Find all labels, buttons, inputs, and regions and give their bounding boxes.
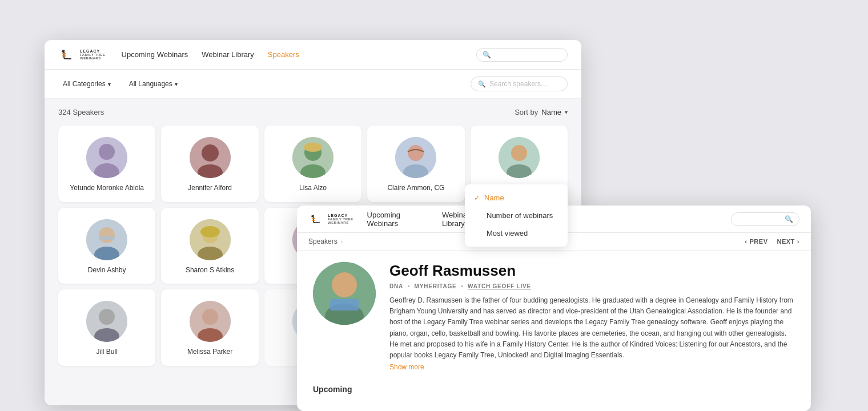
nav-upcoming-webinars-1[interactable]: Upcoming Webinars [122, 50, 188, 59]
svg-rect-21 [99, 236, 115, 240]
svg-point-47 [332, 272, 357, 297]
watch-live-link[interactable]: WATCH GEOFF LIVE [468, 283, 531, 289]
sort-dropdown: ✓ Name Number of webinars Most viewed [465, 184, 568, 247]
show-more-link[interactable]: Show more [389, 363, 795, 371]
speaker-avatar-yetunde [86, 137, 127, 178]
speaker-detail-name: Geoff Rasmussen [389, 262, 795, 280]
speaker-name-jill: Jill Bull [65, 348, 148, 357]
speaker-card-claire[interactable]: Claire Ammon, CG [367, 126, 464, 202]
search-box-1[interactable]: 🔍 [476, 48, 568, 62]
speaker-name-lisa: Lisa Alzo [271, 184, 355, 193]
speaker-name-melissa: Melissa Parker [168, 348, 251, 357]
logo-text-2: LEGACY FAMILY TREE WEBINARS [328, 213, 353, 224]
speaker-name-claire: Claire Ammon, CG [374, 184, 457, 193]
sort-option-webinars[interactable]: Number of webinars [465, 207, 568, 224]
speakers-count: 324 Speakers [58, 108, 104, 116]
sort-by-label: Sort by [515, 108, 538, 116]
speaker-card-sharon[interactable]: Sharon S Atkins [161, 208, 258, 284]
nav-links-1: Upcoming Webinars Webinar Library Speake… [122, 50, 460, 59]
chevron-right-icon: › [797, 238, 799, 245]
sort-by-control[interactable]: Sort by Name ▾ [515, 108, 568, 116]
speaker-card-jill[interactable]: Jill Bull [58, 289, 155, 366]
svg-rect-49 [330, 299, 359, 311]
upcoming-section: Upcoming [297, 382, 811, 403]
search-icon-3: 🔍 [785, 215, 793, 223]
speaker-card-lisa[interactable]: Lisa Alzo [264, 126, 361, 202]
speaker-tag-dna: DNA [389, 283, 403, 289]
categories-filter[interactable]: All Categories ▾ [58, 78, 115, 90]
logo-2[interactable]: LEGACY FAMILY TREE WEBINARS [308, 211, 353, 227]
speaker-avatar-devin [86, 219, 127, 260]
speaker-tags: DNA • MYHERITAGE • WATCH GEOFF LIVE [389, 283, 795, 289]
speaker-info: Geoff Rasmussen DNA • MYHERITAGE • WATCH… [389, 262, 795, 371]
speaker-avatar-jill [86, 301, 127, 342]
checkmark-icon: ✓ [474, 194, 480, 202]
logo-icon [58, 46, 77, 64]
svg-point-11 [304, 143, 322, 152]
tag-dot-1: • [408, 283, 410, 289]
filter-bar: All Categories ▾ All Languages ▾ 🔍 Searc… [45, 70, 581, 99]
navbar-1: LEGACY FAMILY TREE WEBINARS Upcoming Web… [45, 40, 581, 70]
speaker-card-jennifer[interactable]: Jennifer Alford [161, 126, 258, 202]
logo-text: LEGACY FAMILY TREE WEBINARS [80, 49, 106, 60]
speaker-avatar-melissa [190, 301, 231, 342]
speaker-detail: Geoff Rasmussen DNA • MYHERITAGE • WATCH… [297, 251, 811, 382]
svg-point-25 [200, 226, 220, 237]
speaker-card-melissa[interactable]: Melissa Parker [161, 289, 258, 366]
breadcrumb-chevron: › [341, 239, 343, 245]
speakers-search-box[interactable]: 🔍 Search speakers... [471, 76, 568, 91]
speaker-detail-avatar [313, 262, 376, 325]
svg-point-6 [202, 144, 219, 162]
nav-speakers-1[interactable]: Speakers [268, 50, 299, 59]
languages-filter[interactable]: All Languages ▾ [124, 78, 182, 90]
sort-by-value: Name [541, 108, 561, 116]
svg-rect-44 [308, 211, 324, 227]
svg-point-13 [408, 145, 424, 161]
speaker-card-yetunde[interactable]: Yetunde Moronke Abiola [58, 126, 155, 202]
speaker-avatar-jennifer [190, 137, 231, 178]
speaker-tag-myheritage: MYHERITAGE [415, 283, 457, 289]
speaker-avatar-sharon [190, 219, 231, 260]
speaker-bio: Geoffrey D. Rasmussen is the father of f… [389, 295, 795, 361]
speaker-avatar-ron [499, 137, 540, 178]
breadcrumb-speakers[interactable]: Speakers [308, 237, 337, 245]
speaker-name-jennifer: Jennifer Alford [168, 184, 251, 193]
chevron-down-icon-2: ▾ [175, 81, 178, 87]
svg-point-19 [99, 227, 115, 243]
speaker-name-devin: Devin Ashby [65, 266, 148, 275]
nav-upcoming-webinars-2[interactable]: Upcoming Webinars [367, 211, 429, 228]
speaker-name-yetunde: Yetunde Moronke Abiola [65, 184, 148, 193]
next-button[interactable]: NEXT › [777, 238, 799, 245]
speaker-avatar-claire [395, 137, 436, 178]
sort-option-name[interactable]: ✓ Name [465, 189, 568, 207]
svg-point-45 [311, 215, 314, 217]
svg-point-39 [202, 309, 218, 325]
speakers-header: 324 Speakers Sort by Name ▾ [58, 108, 568, 116]
logo-1[interactable]: LEGACY FAMILY TREE WEBINARS [58, 46, 106, 64]
speaker-name-sharon: Sharon S Atkins [168, 266, 251, 275]
search-icon-2: 🔍 [478, 80, 486, 88]
search-box-2[interactable]: 🔍 [731, 212, 799, 226]
tag-dot-2: • [461, 283, 464, 289]
speaker-avatar-lisa [292, 137, 333, 178]
prev-next-controls: ‹ PREV NEXT › [745, 238, 799, 245]
search-icon-1: 🔍 [483, 51, 491, 59]
logo-icon-2 [308, 211, 324, 227]
sort-option-viewed[interactable]: Most viewed [465, 224, 568, 242]
svg-point-36 [99, 309, 115, 325]
chevron-left-icon: ‹ [745, 238, 747, 245]
nav-webinar-library-1[interactable]: Webinar Library [202, 50, 254, 59]
svg-point-1 [62, 50, 64, 53]
chevron-down-icon-3: ▾ [565, 109, 568, 115]
speaker-card-devin[interactable]: Devin Ashby [58, 208, 155, 284]
chevron-down-icon: ▾ [108, 81, 111, 87]
svg-point-3 [99, 144, 115, 160]
upcoming-title: Upcoming [313, 385, 795, 394]
svg-point-16 [511, 145, 527, 161]
svg-rect-0 [58, 46, 77, 64]
prev-button[interactable]: ‹ PREV [745, 238, 767, 245]
